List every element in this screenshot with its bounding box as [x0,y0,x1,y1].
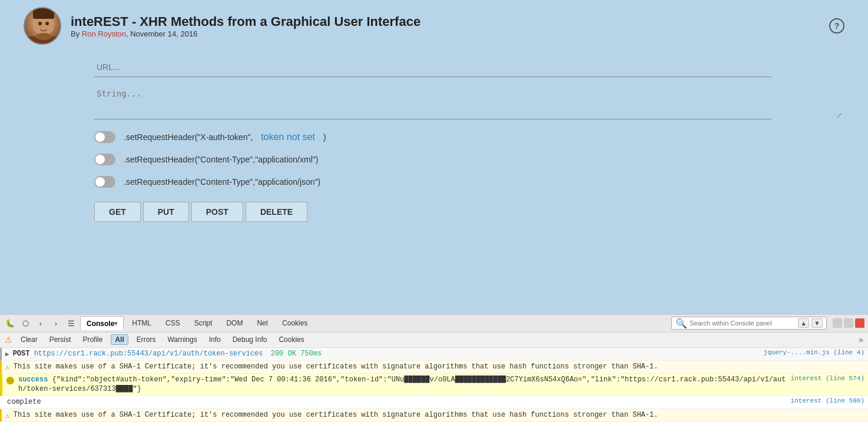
toggle-1-label-before: .setRequestHeader("X-auth-token", [124,132,253,142]
main-content: ⤢ .setRequestHeader("X-auth-token", toke… [0,52,868,234]
search-icon: 🔍 [675,318,687,329]
profile-button[interactable]: Profile [79,335,106,344]
put-button[interactable]: PUT [143,202,189,222]
complete-text: complete [7,397,787,407]
post-link[interactable]: jquery-....min.js (line 4) [763,349,864,356]
errors-button[interactable]: Errors [133,335,160,344]
url-input[interactable] [94,58,771,77]
url-input-container [94,58,844,77]
console-row-complete: complete interest (line 580) [0,396,868,409]
post-button[interactable]: POST [191,202,243,222]
toggle-1-label-after: ) [323,132,326,142]
console-row-warning-1: ⚠ This site makes use of a SHA-1 Certifi… [0,361,868,374]
devtools-forward-btn[interactable]: › [49,317,62,330]
warnings-button[interactable]: Warnings [164,335,200,344]
console-row-success: ⬤ success {"kind":"object#auth-token","e… [0,374,868,397]
tab-html[interactable]: HTML [126,316,157,330]
token-link[interactable]: token not set [261,132,315,142]
tab-css[interactable]: CSS [160,316,186,330]
string-textarea[interactable] [94,84,771,119]
console-output: ▶ POST https://csr1.rack.pub:55443/api/v… [0,348,868,422]
tab-net[interactable]: Net [251,316,274,330]
minimize-btn[interactable] [833,318,842,328]
string-container: ⤢ [94,84,844,122]
delete-button[interactable]: DELETE [246,202,307,222]
get-button[interactable]: GET [94,202,141,222]
console-row-post: ▶ POST https://csr1.rack.pub:55443/api/v… [0,348,868,361]
console-search: 🔍 ▲ ▼ [671,317,827,330]
header-text: inteREST - XHR Methods from a Graphical … [71,14,420,38]
toggle-row-1: .setRequestHeader("X-auth-token", token … [94,131,844,143]
search-down-btn[interactable]: ▼ [811,318,823,328]
svg-point-2 [45,22,49,25]
search-up-btn[interactable]: ▲ [798,318,809,328]
success-text: success {"kind":"object#auth-token","exp… [18,375,787,395]
tab-script[interactable]: Script [188,316,218,330]
author-link[interactable]: Ron Royston [82,29,126,38]
tab-console[interactable]: Console ▾ [80,316,124,330]
toggle-row-3: .setRequestHeader("Content-Type","applic… [94,176,844,188]
devtools-bug-icon[interactable]: 🐛 [4,317,16,330]
persist-button[interactable]: Persist [46,335,75,344]
avatar-image [25,8,60,44]
console-search-input[interactable] [690,320,796,327]
help-icon[interactable]: ? [829,18,844,34]
warning-icon-1: ⚠ [5,363,10,372]
devtools-inspect-icon[interactable]: ⬡ [19,317,32,330]
filter-expand-icon[interactable]: » [859,335,863,344]
devtools-back-btn[interactable]: ‹ [34,317,47,330]
svg-point-1 [38,22,42,25]
devtools-list-icon[interactable]: ☰ [65,317,78,330]
warning-icon-2: ⚠ [5,411,10,420]
toggle-section: .setRequestHeader("X-auth-token", token … [94,131,844,188]
devtools-toolbar: 🐛 ⬡ ‹ › ☰ Console ▾ HTML CSS Script DOM … [0,315,868,333]
tab-dom[interactable]: DOM [220,316,249,330]
svg-point-4 [35,33,52,40]
toggle-2-label: .setRequestHeader("Content-Type","applic… [124,155,318,164]
console-row-warning-2: ⚠ This site makes use of a SHA-1 Certifi… [0,409,868,422]
maximize-btn[interactable] [844,318,853,328]
post-expand-icon[interactable]: ▶ [5,350,9,358]
author-avatar [24,7,61,45]
svg-rect-5 [33,8,54,19]
clear-button[interactable]: Clear [17,335,41,344]
method-buttons: GET PUT POST DELETE [94,202,844,222]
complete-link[interactable]: interest (line 580) [791,397,864,404]
toggle-3-label: .setRequestHeader("Content-Type","applic… [124,177,320,187]
all-button[interactable]: All [111,334,128,345]
success-icon: ⬤ [6,376,15,385]
info-button[interactable]: Info [206,335,224,344]
window-controls [833,318,864,328]
warning-text-1: This site makes use of a SHA-1 Certifica… [14,362,864,372]
devtools-panel: 🐛 ⬡ ‹ › ☰ Console ▾ HTML CSS Script DOM … [0,314,868,422]
warning-text-2: This site makes use of a SHA-1 Certifica… [14,410,864,420]
tab-cookies[interactable]: Cookies [276,316,313,330]
toggle-xauth[interactable] [94,131,115,143]
page-header: inteREST - XHR Methods from a Graphical … [0,0,868,52]
toggle-xml[interactable] [94,154,115,165]
filter-warning-icon: ⚠ [5,335,12,344]
console-filter-bar: ⚠ Clear Persist Profile All Errors Warni… [0,333,868,348]
byline: By Ron Royston, November 14, 2016 [71,29,420,38]
toggle-row-2: .setRequestHeader("Content-Type","applic… [94,154,844,165]
debug-info-button[interactable]: Debug Info [229,335,271,344]
post-text: POST https://csr1.rack.pub:55443/api/v1/… [13,349,760,359]
toggle-json[interactable] [94,176,115,188]
page-title: inteREST - XHR Methods from a Graphical … [71,14,420,29]
expand-icon: ⤢ [836,111,842,119]
close-btn[interactable] [855,318,864,328]
cookies-filter-button[interactable]: Cookies [275,335,307,344]
success-link[interactable]: interest (line 574) [791,375,864,382]
